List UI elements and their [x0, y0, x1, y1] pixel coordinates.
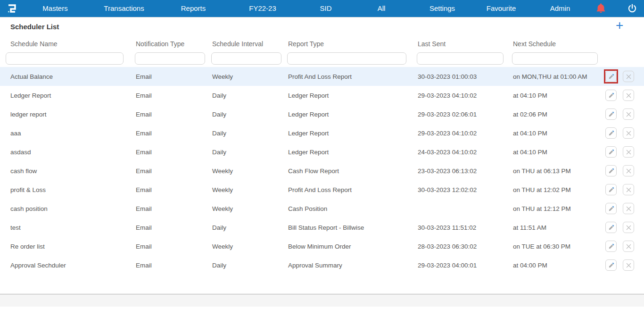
delete-button[interactable]: [623, 146, 634, 158]
cell-notification-type: Email: [131, 167, 207, 175]
column-filter-input[interactable]: [6, 52, 124, 65]
close-icon: [626, 206, 631, 211]
power-icon[interactable]: [627, 3, 637, 14]
delete-button[interactable]: [623, 241, 634, 252]
edit-button[interactable]: [605, 165, 617, 176]
pencil-icon: [608, 225, 614, 231]
nav-item-favourite[interactable]: Favourite: [487, 0, 516, 17]
scheduler-row-re-order-list[interactable]: Re order list Email Weekly Below Minimum…: [0, 237, 644, 256]
row-actions: [601, 184, 644, 195]
cell-next-schedule: at 11:51 AM: [508, 224, 601, 231]
row-actions: [601, 71, 644, 82]
delete-button[interactable]: [623, 222, 634, 233]
scheduler-row-asdasd[interactable]: asdasd Email Daily Ledger Report 24-03-2…: [0, 142, 644, 161]
cell-schedule-interval: Weekly: [207, 186, 283, 193]
scheduler-row-cash-position[interactable]: cash position Email Weekly Cash Position…: [0, 199, 644, 218]
scheduler-row-aaa[interactable]: aaa Email Daily Ledger Report 29-03-2023…: [0, 124, 644, 142]
edit-button[interactable]: [605, 203, 617, 214]
cell-last-sent: 29-03-2023 04:00:01: [413, 262, 508, 269]
cell-schedule-interval: Daily: [207, 111, 283, 118]
cell-last-sent: 30-03-2023 11:51:02: [413, 224, 508, 231]
column-filter-input[interactable]: [211, 52, 281, 65]
scheduler-row-approval-sechduler[interactable]: Approval Sechduler Email Daily Approval …: [0, 256, 644, 275]
scheduler-row-test[interactable]: test Email Daily Bill Status Report - Bi…: [0, 218, 644, 237]
nav-item-settings[interactable]: Settings: [429, 0, 455, 17]
cell-last-sent: 23-03-2023 06:13:02: [413, 167, 508, 175]
column-header-notification-type: Notification Type: [131, 40, 207, 48]
scheduler-row-ledger-report[interactable]: ledger report Email Daily Ledger Report …: [0, 105, 644, 124]
scheduler-row-ledger-report[interactable]: Ledger Report Email Daily Ledger Report …: [0, 86, 644, 105]
cell-notification-type: Email: [131, 224, 207, 231]
delete-button[interactable]: [623, 184, 634, 195]
cell-schedule-name: aaa: [6, 130, 131, 137]
nav-item-all[interactable]: All: [378, 0, 386, 17]
close-icon: [626, 150, 631, 155]
nav-item-admin[interactable]: Admin: [550, 0, 570, 17]
edit-button[interactable]: [605, 109, 617, 120]
delete-button[interactable]: [623, 109, 634, 120]
cell-schedule-interval: Weekly: [207, 205, 283, 212]
nav-item-transactions[interactable]: Transactions: [104, 0, 144, 17]
nav-item-reports[interactable]: Reports: [181, 0, 206, 17]
pencil-icon: [608, 130, 614, 136]
nav-item-masters[interactable]: Masters: [42, 0, 67, 17]
footer-bar: [0, 294, 644, 307]
cell-report-type: Profit And Loss Report: [283, 73, 413, 80]
column-filter-input[interactable]: [135, 52, 205, 65]
page-title: Scheduler List: [10, 23, 59, 31]
close-icon: [626, 131, 631, 136]
pencil-icon: [608, 243, 614, 250]
column-filter-input[interactable]: [287, 52, 406, 65]
row-actions: [601, 127, 644, 139]
edit-button[interactable]: [605, 184, 617, 195]
edit-button[interactable]: [605, 71, 617, 82]
cell-schedule-interval: Weekly: [207, 73, 283, 80]
row-actions: [601, 222, 644, 233]
cell-schedule-name: Actual Balance: [6, 73, 131, 80]
scheduler-row-cash-flow[interactable]: cash flow Email Weekly Cash Flow Report …: [0, 161, 644, 180]
table-filter-row: [0, 52, 644, 65]
cell-schedule-interval: Weekly: [207, 167, 283, 175]
filter-cell: [6, 52, 131, 65]
cell-notification-type: Email: [131, 92, 207, 99]
cell-last-sent: 24-03-2023 04:10:02: [413, 149, 508, 156]
delete-button[interactable]: [623, 71, 634, 82]
scheduler-row-actual-balance[interactable]: Actual Balance Email Weekly Profit And L…: [0, 67, 644, 86]
edit-button[interactable]: [605, 90, 617, 101]
cell-next-schedule: on THU at 12:12 PM: [508, 205, 601, 212]
column-filter-input[interactable]: [512, 52, 598, 65]
pencil-icon: [608, 74, 614, 80]
cell-schedule-interval: Daily: [207, 262, 283, 269]
nav-item-fy22-23[interactable]: FY22-23: [249, 0, 276, 17]
delete-button[interactable]: [623, 90, 634, 101]
filter-cell: [283, 52, 413, 65]
delete-button[interactable]: [623, 127, 634, 139]
cell-schedule-name: Re order list: [6, 243, 131, 250]
add-scheduler-button[interactable]: +: [616, 18, 623, 33]
cell-last-sent: 30-03-2023 01:00:03: [413, 73, 508, 80]
cell-notification-type: Email: [131, 186, 207, 193]
delete-button[interactable]: [623, 165, 634, 176]
edit-button[interactable]: [605, 259, 617, 271]
cell-report-type: Bill Status Report - Billwise: [283, 224, 413, 231]
cell-next-schedule: on THU at 12:02 PM: [508, 186, 601, 193]
edit-button[interactable]: [605, 241, 617, 252]
column-filter-input[interactable]: [417, 52, 504, 65]
scheduler-row-profit-loss[interactable]: profit & Loss Email Weekly Profit And Lo…: [0, 180, 644, 199]
edit-button[interactable]: [605, 127, 617, 139]
delete-button[interactable]: [623, 259, 634, 271]
notification-bell-icon[interactable]: [595, 2, 607, 15]
edit-button[interactable]: [605, 222, 617, 233]
edit-button[interactable]: [605, 146, 617, 158]
nav-menu: Masters Transactions Reports FY22-23 SID…: [0, 0, 644, 17]
nav-item-sid[interactable]: SID: [320, 0, 331, 17]
close-icon: [626, 112, 631, 117]
top-navbar: Masters Transactions Reports FY22-23 SID…: [0, 0, 644, 17]
cell-last-sent: 29-03-2023 04:10:02: [413, 130, 508, 137]
cell-notification-type: Email: [131, 111, 207, 118]
cell-next-schedule: at 04:10 PM: [508, 130, 601, 137]
delete-button[interactable]: [623, 203, 634, 214]
cell-report-type: Ledger Report: [283, 149, 413, 156]
close-icon: [626, 244, 631, 249]
cell-schedule-name: ledger report: [6, 111, 131, 118]
